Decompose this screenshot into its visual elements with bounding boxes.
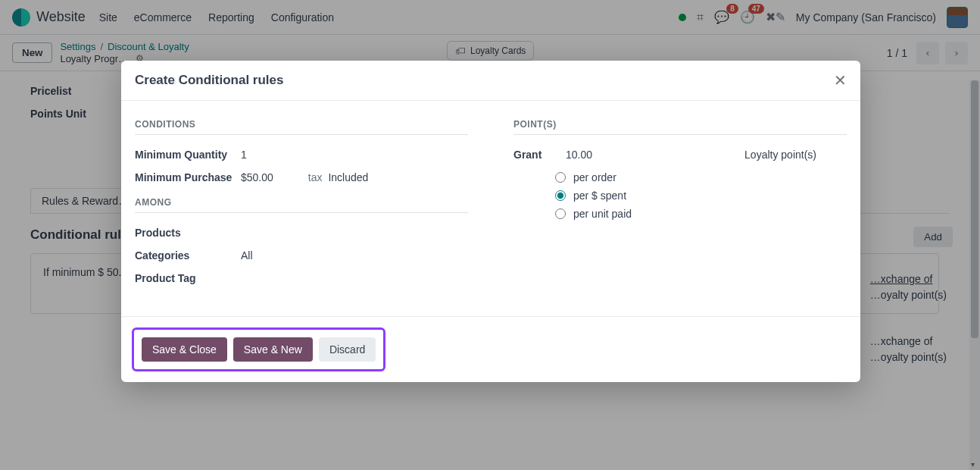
- modal-title: Create Conditional rules: [135, 73, 283, 88]
- min-purchase-value[interactable]: $50.00: [241, 171, 273, 183]
- grant-label: Grant: [513, 149, 555, 161]
- radio-per-unit-input[interactable]: [555, 208, 566, 219]
- categories-label: Categories: [135, 249, 241, 262]
- min-qty-value[interactable]: 1: [241, 149, 247, 161]
- radio-per-order[interactable]: per order: [555, 171, 847, 183]
- footer-highlight-box: Save & Close Save & New Discard: [132, 327, 385, 371]
- tax-label: tax: [308, 171, 323, 183]
- radio-per-spent-input[interactable]: [555, 190, 566, 201]
- tax-value[interactable]: Included: [328, 171, 368, 183]
- save-new-button[interactable]: Save & New: [233, 337, 313, 362]
- min-purchase-label: Minimum Purchase: [135, 171, 241, 183]
- save-close-button[interactable]: Save & Close: [142, 337, 227, 362]
- product-tag-label: Product Tag: [135, 272, 241, 284]
- grant-value[interactable]: 10.00: [566, 149, 592, 161]
- radio-per-spent[interactable]: per $ spent: [555, 190, 847, 202]
- products-label: Products: [135, 227, 241, 239]
- min-qty-label: Minimum Quantity: [135, 149, 241, 161]
- discard-button[interactable]: Discard: [319, 337, 376, 362]
- grant-unit: Loyalty point(s): [744, 149, 816, 161]
- radio-per-order-input[interactable]: [555, 172, 566, 183]
- modal-conditional-rules: Create Conditional rules ✕ CONDITIONS Mi…: [121, 61, 860, 382]
- categories-value[interactable]: All: [241, 249, 253, 262]
- radio-per-unit[interactable]: per unit paid: [555, 208, 847, 220]
- section-points: POINT(S): [513, 119, 847, 135]
- close-icon[interactable]: ✕: [834, 71, 847, 89]
- section-conditions: CONDITIONS: [135, 119, 468, 135]
- section-among: AMONG: [135, 197, 468, 213]
